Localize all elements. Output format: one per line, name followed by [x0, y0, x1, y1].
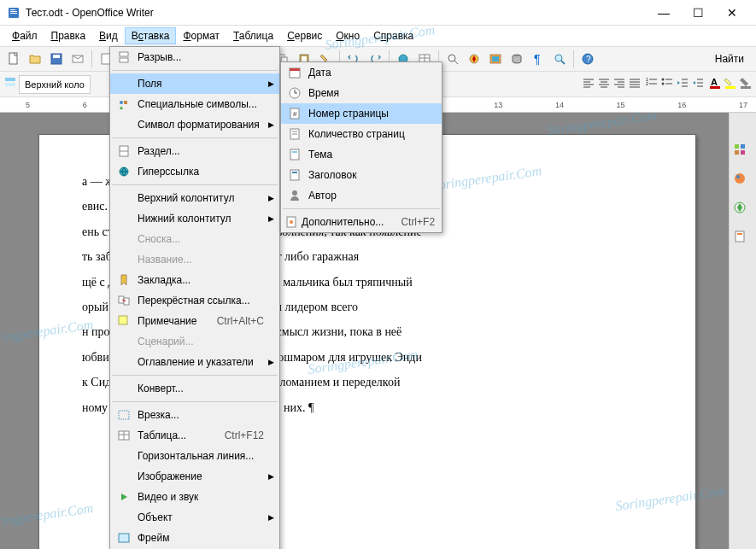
- close-button[interactable]: ✕: [715, 1, 749, 25]
- subject-icon: [284, 148, 305, 161]
- menu-item-label: Тема: [305, 149, 426, 161]
- outdent-button[interactable]: [676, 76, 689, 92]
- svg-point-121: [290, 220, 293, 224]
- svg-marker-68: [693, 81, 695, 85]
- submenu-arrow-icon: ▶: [268, 214, 274, 223]
- menu-item-дополнительно-[interactable]: Дополнительно...Ctrl+F2: [281, 212, 442, 232]
- bg-color-button[interactable]: [739, 76, 753, 92]
- menu-item-label: Таблица...: [134, 429, 208, 441]
- menu-item-label: Сценарий...: [134, 336, 264, 348]
- zoom-button[interactable]: [549, 49, 570, 69]
- menu-item-фрейм[interactable]: Фрейм: [110, 528, 279, 548]
- menu-item-раздел-[interactable]: Раздел...: [110, 141, 279, 161]
- menu-item-поля[interactable]: Поля▶: [110, 73, 279, 94]
- submenu-arrow-icon: ▶: [268, 194, 274, 202]
- menu-item-нижний-колонтитул[interactable]: Нижний колонтитул▶: [110, 208, 279, 229]
- gallery-button[interactable]: [485, 49, 506, 69]
- menu-item-таблица-[interactable]: Таблица...Ctrl+F12: [110, 425, 279, 446]
- menu-item-специальные-символы-[interactable]: Специальные символы...: [110, 94, 279, 114]
- menu-item-сноска-: Сноска...: [110, 229, 279, 249]
- align-justify-button[interactable]: [628, 76, 642, 92]
- menu-item-изображение[interactable]: Изображение▶: [110, 466, 279, 487]
- sidebar-gallery-icon[interactable]: [733, 172, 753, 192]
- sidebar-navigator-icon[interactable]: [733, 201, 753, 221]
- note-icon: [114, 314, 134, 328]
- menu-сервис[interactable]: Сервис: [280, 27, 329, 44]
- menu-таблица[interactable]: Таблица: [226, 27, 280, 44]
- menu-item-верхний-колонтитул[interactable]: Верхний колонтитул▶: [110, 188, 279, 208]
- submenu-arrow-icon: ▶: [268, 358, 274, 366]
- menu-справка[interactable]: Справка: [366, 27, 420, 44]
- pagecount-icon: [284, 127, 305, 141]
- menu-окно[interactable]: Окно: [329, 27, 366, 44]
- new-doc-button[interactable]: [3, 49, 24, 69]
- menu-item-примечание[interactable]: ПримечаниеCtrl+Alt+C: [110, 311, 279, 331]
- svg-text:¶: ¶: [534, 52, 541, 66]
- menu-item-label: Конверт...: [134, 383, 264, 394]
- menu-item-врезка-[interactable]: Врезка...: [110, 405, 279, 425]
- numbered-list-button[interactable]: 12: [645, 76, 659, 92]
- menu-item-label: Время: [305, 87, 426, 99]
- menu-item-символ-форматирования[interactable]: Символ форматирования▶: [110, 114, 279, 135]
- author-icon: [284, 189, 305, 202]
- menu-item-конверт-[interactable]: Конверт...: [110, 378, 279, 399]
- menu-item-разрыв-[interactable]: Разрыв...: [110, 47, 279, 67]
- align-center-button[interactable]: [597, 76, 611, 92]
- highlight-button[interactable]: [724, 76, 737, 92]
- menu-item-гиперссылка[interactable]: Гиперссылка: [110, 161, 279, 182]
- menu-item-дата[interactable]: Дата: [281, 62, 442, 83]
- bullet-list-button[interactable]: [660, 76, 674, 92]
- menu-item-label: Количество страниц: [305, 128, 426, 140]
- maximize-button[interactable]: ☐: [681, 1, 715, 25]
- find-button[interactable]: [442, 49, 463, 69]
- submenu-arrow-icon: ▶: [268, 79, 274, 88]
- menu-item-label: Гиперссылка: [134, 166, 264, 178]
- svg-rect-77: [741, 144, 745, 149]
- menu-item-закладка-[interactable]: Закладка...: [110, 270, 279, 290]
- menu-item-label: Автор: [305, 190, 426, 201]
- titlebar: Тест.odt - OpenOffice Writer — ☐ ✕: [0, 0, 756, 26]
- svg-rect-76: [735, 144, 739, 149]
- styles-button[interactable]: [3, 76, 17, 92]
- svg-rect-87: [120, 58, 128, 62]
- menu-item-видео-и-звук[interactable]: Видео и звук: [110, 487, 279, 507]
- nonprinting-button[interactable]: ¶: [528, 49, 548, 69]
- menu-item-заголовок[interactable]: Заголовок: [281, 165, 442, 185]
- menu-item-горизонтальная-линия-[interactable]: Горизонтальная линия...: [110, 446, 279, 466]
- minimize-button[interactable]: —: [647, 1, 681, 25]
- menu-правка[interactable]: Правка: [44, 27, 93, 44]
- datasource-button[interactable]: [507, 49, 527, 69]
- menu-item-оглавление-и-указатели[interactable]: Оглавление и указатели▶: [110, 352, 279, 372]
- menu-item-тема[interactable]: Тема: [281, 144, 442, 165]
- menu-item-объект[interactable]: Объект▶: [110, 507, 279, 528]
- menu-item-номер-страницы[interactable]: #Номер страницы: [281, 103, 442, 124]
- find-label[interactable]: Найти: [706, 53, 753, 65]
- iframe-icon: [114, 531, 134, 545]
- navigator-button[interactable]: [464, 49, 484, 69]
- menu-item-количество-страниц[interactable]: Количество страниц: [281, 124, 442, 144]
- font-color-button[interactable]: A: [708, 76, 722, 92]
- menu-item-label: Специальные символы...: [134, 98, 264, 110]
- help-button[interactable]: ?: [577, 49, 598, 69]
- email-button[interactable]: [67, 49, 88, 69]
- save-button[interactable]: [46, 49, 67, 69]
- sidebar-styles-icon[interactable]: [733, 230, 753, 250]
- paragraph-style-combo[interactable]: Верхний коло: [19, 75, 91, 94]
- align-right-button[interactable]: [612, 76, 626, 92]
- indent-button[interactable]: [691, 76, 705, 92]
- sidebar-properties-icon[interactable]: [733, 143, 753, 163]
- menu-вставка[interactable]: Вставка: [125, 27, 177, 44]
- align-left-button[interactable]: [582, 76, 595, 92]
- menu-формат[interactable]: Формат: [176, 27, 226, 44]
- menu-item-автор[interactable]: Автор: [281, 185, 442, 206]
- open-button[interactable]: [25, 49, 45, 69]
- menu-item-перекр-стная-ссылка-[interactable]: Перекрёстная ссылка...: [110, 290, 279, 311]
- menu-файл[interactable]: Файл: [5, 27, 44, 44]
- section-icon: [114, 144, 134, 158]
- svg-rect-116: [292, 151, 297, 153]
- menu-вид[interactable]: Вид: [92, 27, 125, 44]
- menu-item-время[interactable]: Время: [281, 83, 442, 103]
- media-icon: [114, 490, 134, 504]
- submenu-arrow-icon: ▶: [268, 472, 274, 481]
- svg-marker-90: [120, 106, 123, 109]
